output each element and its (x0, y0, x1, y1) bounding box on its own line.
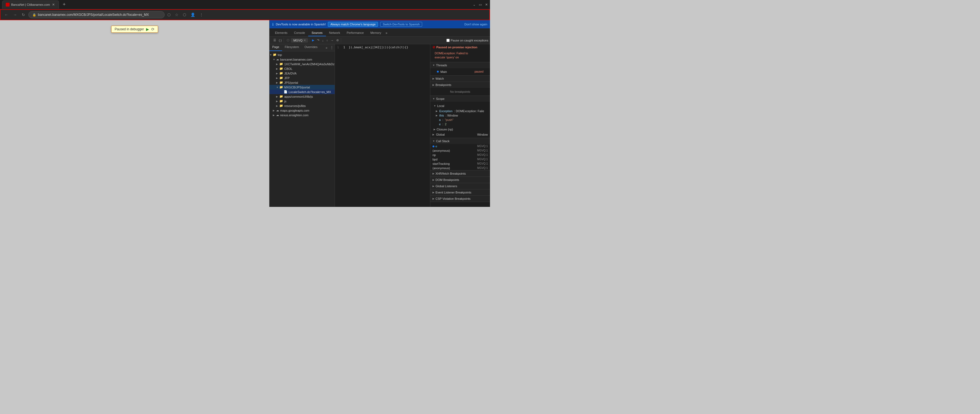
scope-this[interactable]: ▶ this : Window (436, 113, 488, 118)
step-over-button[interactable]: ↷ (316, 38, 320, 43)
switch-language-button[interactable]: Switch DevTools to Spanish (380, 22, 422, 27)
folder-icon-js: 📁 (279, 99, 283, 103)
breakpoints-empty: No breakpoints (430, 88, 490, 96)
event-listeners-header[interactable]: ▶ Event Listener Breakpoints (430, 189, 490, 195)
tab-performance[interactable]: Performance (344, 30, 367, 36)
scope-exception[interactable]: ▶ Exception : DOMException: Faile (436, 109, 488, 113)
close-icon[interactable]: ✕ (485, 3, 488, 6)
tree-item-nexus[interactable]: ▶ ☁ nexus.ensighten.com (269, 113, 335, 117)
menu-icon[interactable]: ⋮ (199, 11, 204, 18)
file-tree: ▼ 📁 top ▼ ☁ bancanet.banamex.com ▶ (269, 51, 335, 207)
tree-item-jea[interactable]: ▶ 📁 JEA/DVA (269, 71, 335, 75)
step-button[interactable]: → (329, 38, 335, 43)
dismiss-button[interactable]: Don't show again (465, 22, 487, 26)
sidebar-tab-page[interactable]: Page (269, 44, 282, 51)
a-val: "push" (445, 118, 453, 121)
source-tab-close[interactable]: ✕ (304, 39, 306, 42)
stack-file-bpd: MGVQ:1 (477, 158, 488, 161)
minimize-icon[interactable]: ⌄ (473, 3, 476, 6)
closure-header[interactable]: ▶ Closure (np) (433, 126, 488, 133)
tab-console[interactable]: Console (291, 30, 308, 36)
resume-button[interactable]: ▶ (311, 38, 315, 43)
tree-item-locale[interactable]: 📄 LocaleSwitch.do?locale=es_MX (269, 90, 335, 94)
tab-network[interactable]: Network (326, 30, 344, 36)
deactivate-button[interactable]: ⊘ (335, 38, 340, 43)
pause-caught-checkbox[interactable] (446, 39, 450, 42)
sidebar-menu-button[interactable]: ⋮ (329, 44, 335, 51)
back-button[interactable]: ← (3, 11, 10, 18)
format-button[interactable]: { } (278, 38, 283, 43)
call-stack-header[interactable]: ▼ Call Stack (430, 138, 490, 144)
tree-item-jfp[interactable]: ▶ 📁 JFP (269, 75, 335, 80)
folder-icon-mxgcb: 📁 (279, 85, 283, 89)
devtools-tabs: Elements Console Sources Network Perform… (269, 29, 490, 37)
call-stack-items: e MGVQ:1 (anonymous) MGVQ:1 np MGVQ:1 (430, 144, 490, 170)
resume-button[interactable]: ▶ (146, 27, 149, 31)
restore-icon[interactable]: ▭ (479, 3, 482, 6)
sidebar-tabs-more[interactable]: » (324, 44, 329, 51)
tab-memory[interactable]: Memory (367, 30, 385, 36)
e-key: e (439, 123, 441, 126)
stack-item-starttracking[interactable]: startTracking MGVQ:1 (430, 161, 490, 166)
tree-item-1xct[interactable]: ▶ 📁 1XCTwWrM_/wnAr/ZMHQA/a3uNbDz (269, 62, 335, 66)
cast-icon[interactable]: ⬡ (166, 11, 172, 18)
local-label: Local (437, 104, 444, 107)
reload-button[interactable]: ↻ (20, 11, 27, 18)
top-icon: 📁 (273, 53, 277, 56)
stack-item-bpd[interactable]: bpd MGVQ:1 (430, 157, 490, 161)
global-val: Window (477, 133, 488, 136)
tree-item-resources[interactable]: ▶ 📁 resources/js/libs (269, 104, 335, 108)
browser-tab[interactable]: BancaNet | Citibanamex.com ✕ (2, 0, 59, 9)
threads-content: Main paused (430, 68, 490, 75)
source-tab[interactable]: MGVQ ✕ (291, 38, 308, 43)
this-key: this (439, 114, 444, 117)
threads-header[interactable]: ▼ Threads (430, 62, 490, 68)
csp-label: CSP Violation Breakpoints (436, 197, 471, 200)
step-out-button[interactable]: ↑ (325, 38, 329, 43)
stack-item-anon1[interactable]: (anonymous) MGVQ:1 (430, 149, 490, 153)
profile-icon[interactable]: 👤 (189, 11, 196, 18)
csp-violations-section: ▶ CSP Violation Breakpoints (430, 196, 490, 202)
tree-item-top[interactable]: ▼ 📁 top (269, 53, 335, 57)
tree-item-js[interactable]: ▶ 📁 js (269, 99, 335, 104)
tree-item-cbol[interactable]: ▶ 📁 CBOL (269, 66, 335, 71)
stack-item-e[interactable]: e MGVQ:1 (430, 144, 490, 149)
match-language-button[interactable]: Always match Chrome's language (328, 22, 378, 27)
stack-item-anon2[interactable]: (anonymous) MGVQ:1 (430, 166, 490, 170)
step-into-button[interactable]: ↓ (321, 38, 325, 43)
error-body: DOMException: Failed toexecute 'query' o… (430, 50, 490, 62)
tab-sources[interactable]: Sources (308, 30, 326, 36)
show-sidebar-button[interactable]: ☰ (272, 38, 277, 43)
bookmark-icon[interactable]: ☆ (174, 11, 180, 18)
thread-main[interactable]: Main paused (433, 69, 488, 74)
extensions-icon[interactable]: ⬡ (182, 11, 187, 18)
closure-label: Closure (np) (437, 128, 453, 131)
scope-global[interactable]: ▶ Global Window (433, 133, 488, 137)
stack-item-np[interactable]: np MGVQ:1 (430, 153, 490, 157)
stack-name-starttracking: startTracking (433, 162, 450, 165)
new-tab-button[interactable]: + (61, 2, 67, 7)
url-bar[interactable]: 🔒 bancanet.banamex.com/MXGCB/JPS/portal/… (29, 11, 165, 18)
sidebar-tab-filesystem[interactable]: Filesystem (282, 44, 302, 51)
scope-header[interactable]: ▼ Scope (430, 96, 490, 102)
tab-close-button[interactable]: ✕ (51, 3, 55, 6)
forward-button[interactable]: → (11, 11, 19, 18)
breakpoints-header[interactable]: ▶ Breakpoints (430, 82, 490, 88)
window-controls: ⌄ ▭ ✕ (473, 3, 488, 6)
local-header[interactable]: ▼ Local (433, 103, 488, 109)
tabs-more-button[interactable]: » (385, 30, 389, 36)
tree-item-bancanet[interactable]: ▼ ☁ bancanet.banamex.com (269, 57, 335, 62)
tree-item-mxgcb[interactable]: ▼ 📁 MXGCB/JPS/portal (269, 85, 335, 90)
csp-violations-header[interactable]: ▶ CSP Violation Breakpoints (430, 196, 490, 202)
tab-elements[interactable]: Elements (272, 30, 291, 36)
global-listeners-header[interactable]: ▶ Global Listeners (430, 183, 490, 189)
step-button[interactable]: ⟳ (151, 27, 154, 31)
tree-item-jps[interactable]: ▶ 📁 JPS/portal (269, 80, 335, 85)
dom-breakpoints-header[interactable]: ▶ DOM Breakpoints (430, 177, 490, 183)
watch-arrow: ▶ (433, 77, 434, 80)
watch-header[interactable]: ▶ Watch (430, 75, 490, 82)
xhr-breakpoints-header[interactable]: ▶ XHR/fetch Breakpoints (430, 171, 490, 177)
tree-item-apps[interactable]: ▶ 📁 apps/commonUI/lib/js (269, 94, 335, 99)
tree-item-maps[interactable]: ▶ ☁ maps.googleapis.com (269, 108, 335, 113)
sidebar-tab-overrides[interactable]: Overrides (302, 44, 320, 51)
